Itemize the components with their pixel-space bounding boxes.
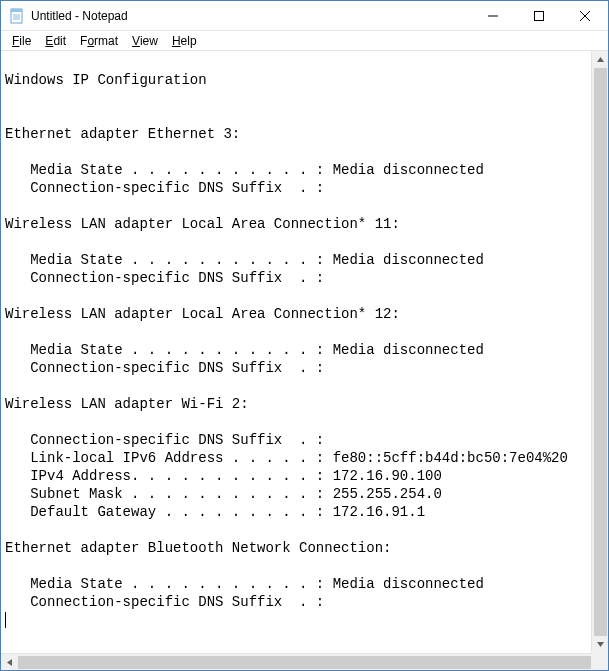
window-controls	[470, 1, 608, 30]
vertical-scrollbar[interactable]	[591, 51, 608, 653]
svg-rect-1	[11, 9, 22, 12]
vertical-scroll-track[interactable]	[592, 68, 608, 636]
horizontal-scrollbar[interactable]	[1, 653, 608, 670]
svg-rect-6	[535, 11, 544, 20]
menu-view[interactable]: View	[125, 33, 165, 49]
scroll-down-button[interactable]	[592, 636, 608, 653]
titlebar[interactable]: Untitled - Notepad	[1, 1, 608, 31]
scrollbar-corner	[591, 653, 608, 670]
editor-area: Windows IP Configuration Ethernet adapte…	[1, 51, 608, 670]
maximize-button[interactable]	[516, 1, 562, 30]
notepad-icon	[9, 8, 25, 24]
horizontal-scroll-track[interactable]	[18, 654, 591, 670]
menu-file[interactable]: File	[5, 33, 38, 49]
minimize-button[interactable]	[470, 1, 516, 30]
text-editor[interactable]: Windows IP Configuration Ethernet adapte…	[1, 51, 608, 653]
scroll-left-button[interactable]	[1, 654, 18, 671]
horizontal-scroll-thumb[interactable]	[18, 656, 591, 669]
window-title: Untitled - Notepad	[31, 9, 470, 23]
menubar: File Edit Format View Help	[1, 31, 608, 51]
scroll-up-button[interactable]	[592, 51, 608, 68]
menu-help[interactable]: Help	[165, 33, 204, 49]
menu-format[interactable]: Format	[73, 33, 125, 49]
text-caret	[5, 612, 6, 628]
close-button[interactable]	[562, 1, 608, 30]
vertical-scroll-thumb[interactable]	[594, 68, 607, 636]
menu-edit[interactable]: Edit	[38, 33, 73, 49]
